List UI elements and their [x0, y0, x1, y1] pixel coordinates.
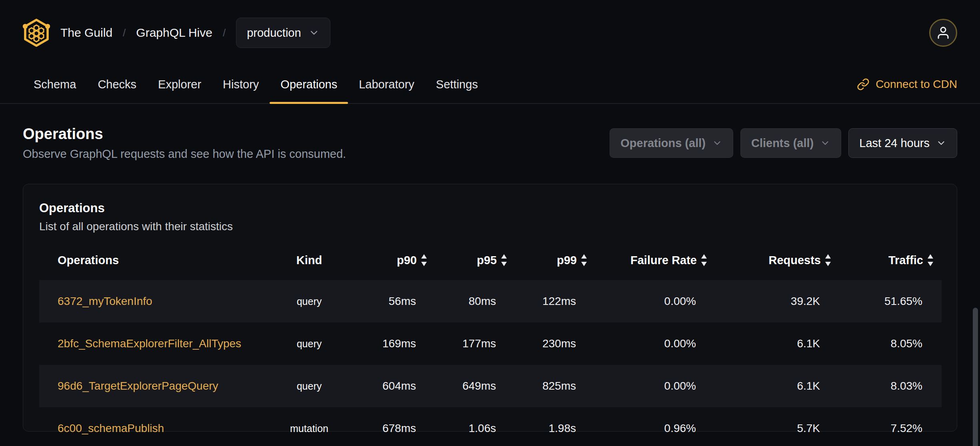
filter-label: Operations (all)	[620, 137, 706, 150]
table-row: 2bfc_SchemaExplorerFilter_AllTypesquery1…	[39, 323, 942, 365]
hive-logo-icon[interactable]	[23, 18, 50, 48]
chevron-down-icon	[936, 138, 946, 148]
cell-operations: 2bfc_SchemaExplorerFilter_AllTypes	[39, 323, 263, 365]
cell-p99: 1.98s	[515, 407, 595, 446]
operations-card: Operations List of all operations with t…	[23, 184, 957, 432]
column-header-p90[interactable]: p90	[355, 240, 435, 280]
filter-clients-all: Clients (all)	[740, 128, 841, 158]
cell-kind: query	[263, 323, 355, 365]
column-label: Kind	[296, 254, 322, 267]
top-bar: The Guild / GraphQL Hive / production	[0, 0, 980, 66]
cell-p90: 678ms	[355, 407, 435, 446]
chevron-down-icon	[308, 27, 320, 38]
sort-arrows-icon	[701, 254, 707, 266]
link-icon	[857, 78, 870, 91]
column-label: p99	[557, 254, 577, 267]
filter-operations-all: Operations (all)	[610, 128, 733, 158]
cell-failure-rate: 0.00%	[595, 323, 715, 365]
breadcrumb-separator: /	[223, 27, 226, 39]
column-header-p99[interactable]: p99	[515, 240, 595, 280]
sort-arrows-icon	[501, 254, 507, 266]
operation-link[interactable]: 6c00_schemaPublish	[58, 422, 164, 434]
target-selector-dropdown[interactable]: production	[236, 18, 330, 48]
card-subtitle: List of all operations with their statis…	[39, 220, 941, 233]
column-header-traffic[interactable]: Traffic	[839, 240, 942, 280]
column-label: Traffic	[888, 254, 923, 267]
cell-p95: 177ms	[435, 323, 515, 365]
connect-to-cdn-label: Connect to CDN	[876, 78, 957, 91]
chevron-down-icon	[712, 138, 722, 148]
tab-operations[interactable]: Operations	[270, 66, 348, 103]
user-icon	[936, 26, 950, 40]
cell-kind: query	[263, 280, 355, 323]
cell-p90: 604ms	[355, 365, 435, 407]
table-row: 6372_myTokenInfoquery56ms80ms122ms0.00%3…	[39, 280, 942, 323]
column-label: p95	[477, 254, 497, 267]
column-header-p95[interactable]: p95	[435, 240, 515, 280]
tab-explorer[interactable]: Explorer	[147, 66, 212, 103]
page-scrollbar-thumb[interactable]	[973, 308, 978, 446]
filter-last-24-hours[interactable]: Last 24 hours	[848, 128, 957, 158]
column-header-operations: Operations	[39, 240, 263, 280]
tab-checks[interactable]: Checks	[87, 66, 147, 103]
cell-failure-rate: 0.96%	[595, 407, 715, 446]
operation-link[interactable]: 96d6_TargetExplorerPageQuery	[58, 380, 218, 392]
cell-p99: 825ms	[515, 365, 595, 407]
sort-arrows-icon	[581, 254, 587, 266]
cell-failure-rate: 0.00%	[595, 280, 715, 323]
cell-traffic: 8.03%	[839, 365, 942, 407]
page-header: Operations Observe GraphQL requests and …	[23, 125, 957, 161]
cell-kind: query	[263, 365, 355, 407]
cell-traffic: 51.65%	[839, 280, 942, 323]
sort-arrows-icon	[421, 254, 427, 266]
chevron-down-icon	[820, 138, 830, 148]
filter-label: Clients (all)	[751, 137, 814, 150]
cell-traffic: 8.05%	[839, 323, 942, 365]
operation-link[interactable]: 6372_myTokenInfo	[58, 295, 152, 307]
cell-p95: 80ms	[435, 280, 515, 323]
tab-settings[interactable]: Settings	[425, 66, 489, 103]
filter-bar: Operations (all)Clients (all)Last 24 hou…	[610, 128, 957, 158]
column-label: Operations	[58, 254, 119, 267]
target-nav: SchemaChecksExplorerHistoryOperationsLab…	[0, 66, 980, 104]
breadcrumb-org[interactable]: The Guild	[60, 26, 112, 40]
breadcrumb: The Guild / GraphQL Hive / production	[60, 18, 330, 48]
page-subtitle: Observe GraphQL requests and see how the…	[23, 147, 346, 161]
operations-table: OperationsKindp90p95p99Failure RateReque…	[39, 240, 942, 446]
cell-p99: 122ms	[515, 280, 595, 323]
tab-schema[interactable]: Schema	[23, 66, 87, 103]
cell-p95: 1.06s	[435, 407, 515, 446]
connect-to-cdn-link[interactable]: Connect to CDN	[857, 66, 957, 103]
cell-failure-rate: 0.00%	[595, 365, 715, 407]
cell-requests: 6.1K	[715, 365, 839, 407]
page-title: Operations	[23, 125, 346, 143]
tab-laboratory[interactable]: Laboratory	[348, 66, 425, 103]
cell-requests: 39.2K	[715, 280, 839, 323]
column-header-kind: Kind	[263, 240, 355, 280]
cell-p90: 169ms	[355, 323, 435, 365]
main-content: Operations Observe GraphQL requests and …	[0, 125, 980, 432]
breadcrumb-separator: /	[123, 27, 126, 39]
tab-history[interactable]: History	[212, 66, 270, 103]
user-avatar-button[interactable]	[929, 19, 957, 47]
filter-label: Last 24 hours	[859, 137, 930, 150]
cell-p95: 649ms	[435, 365, 515, 407]
cell-operations: 6c00_schemaPublish	[39, 407, 263, 446]
column-label: Requests	[768, 254, 821, 267]
breadcrumb-project[interactable]: GraphQL Hive	[136, 26, 212, 40]
column-header-failure-rate[interactable]: Failure Rate	[595, 240, 715, 280]
cell-requests: 5.7K	[715, 407, 839, 446]
table-header-row: OperationsKindp90p95p99Failure RateReque…	[39, 240, 942, 280]
cell-operations: 96d6_TargetExplorerPageQuery	[39, 365, 263, 407]
table-row: 6c00_schemaPublishmutation678ms1.06s1.98…	[39, 407, 942, 446]
cell-operations: 6372_myTokenInfo	[39, 280, 263, 323]
cell-traffic: 7.52%	[839, 407, 942, 446]
column-header-requests[interactable]: Requests	[715, 240, 839, 280]
operation-link[interactable]: 2bfc_SchemaExplorerFilter_AllTypes	[58, 337, 241, 350]
target-selector-value: production	[247, 26, 301, 40]
column-label: Failure Rate	[630, 254, 697, 267]
card-title: Operations	[39, 201, 941, 215]
cell-p99: 230ms	[515, 323, 595, 365]
cell-p90: 56ms	[355, 280, 435, 323]
table-row: 96d6_TargetExplorerPageQueryquery604ms64…	[39, 365, 942, 407]
